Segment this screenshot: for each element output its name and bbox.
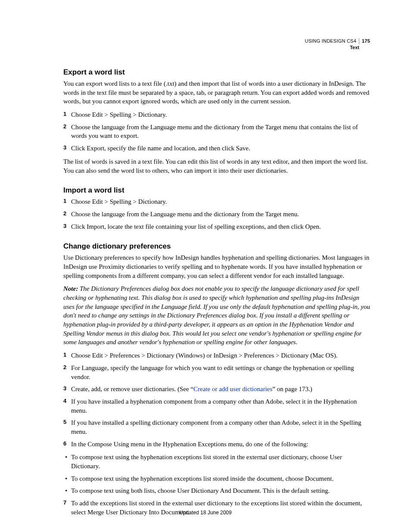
- export-steps: Choose Edit > Spelling > Dictionary. Cho…: [63, 110, 370, 153]
- step: Create, add, or remove user dictionaries…: [63, 385, 370, 394]
- note-label: Note:: [63, 285, 78, 292]
- step: In the Compose Using menu in the Hyphena…: [63, 440, 370, 449]
- step: Choose the language from the Language me…: [63, 123, 370, 140]
- note-body: The Dictionary Preferences dialog box do…: [63, 285, 370, 345]
- heading-import: Import a word list: [63, 186, 370, 195]
- import-steps: Choose Edit > Spelling > Dictionary. Cho…: [63, 197, 370, 231]
- footer-updated: Updated 18 June 2009: [0, 510, 411, 516]
- doc-title: USING INDESIGN CS4: [305, 38, 359, 44]
- step: Choose Edit > Preferences > Dictionary (…: [63, 351, 370, 360]
- step-text-post: ” on page 173.): [272, 386, 312, 392]
- step: Choose the language from the Language me…: [63, 210, 370, 219]
- paragraph: You can export word lists to a text file…: [63, 79, 370, 106]
- step: For Language, specify the language for w…: [63, 364, 370, 381]
- step: Choose Edit > Spelling > Dictionary.: [63, 197, 370, 206]
- section-name: Text: [305, 44, 371, 51]
- list-item: To compose text using the hyphenation ex…: [63, 474, 370, 483]
- step: Click Export, specify the file name and …: [63, 144, 370, 153]
- prefs-steps: Choose Edit > Preferences > Dictionary (…: [63, 351, 370, 448]
- xref-link[interactable]: Create or add user dictionaries: [193, 386, 272, 392]
- paragraph: The list of words is saved in a text fil…: [63, 157, 370, 175]
- heading-export: Export a word list: [63, 68, 370, 77]
- paragraph: Use Dictionary preferences to specify ho…: [63, 253, 370, 280]
- step: If you have installed a spelling diction…: [63, 418, 370, 436]
- heading-prefs: Change dictionary preferences: [63, 242, 370, 251]
- page-number: 175: [362, 38, 370, 44]
- page: USING INDESIGN CS4175 Text Export a word…: [0, 0, 411, 532]
- step-text-pre: Create, add, or remove user dictionaries…: [71, 386, 193, 392]
- page-content: Export a word list You can export word l…: [63, 68, 370, 516]
- list-item: To compose text using the hyphenation ex…: [63, 453, 370, 470]
- note: Note: The Dictionary Preferences dialog …: [63, 284, 370, 347]
- prefs-bullets: To compose text using the hyphenation ex…: [63, 453, 370, 495]
- running-header: USING INDESIGN CS4175 Text: [305, 38, 371, 51]
- step: If you have installed a hyphenation comp…: [63, 397, 370, 415]
- step: Choose Edit > Spelling > Dictionary.: [63, 110, 370, 119]
- list-item: To compose text using both lists, choose…: [63, 486, 370, 495]
- step: Click Import, locate the text file conta…: [63, 222, 370, 231]
